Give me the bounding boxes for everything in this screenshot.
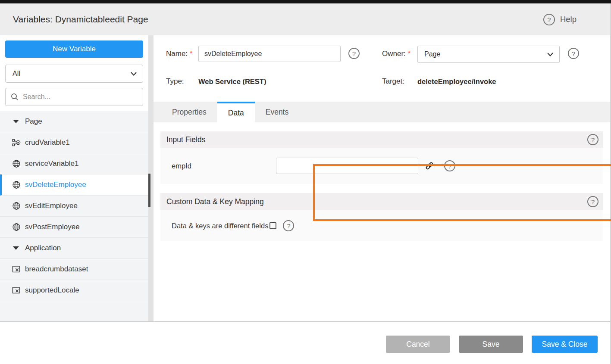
different-fields-checkbox[interactable] bbox=[269, 222, 276, 229]
name-help-icon[interactable]: ? bbox=[348, 48, 360, 59]
custom-mapping-help-icon[interactable]: ? bbox=[587, 196, 598, 207]
type-label: Type: bbox=[166, 75, 184, 88]
help-button[interactable]: ? Help bbox=[543, 3, 577, 35]
cancel-button[interactable]: Cancel bbox=[386, 336, 450, 353]
variables-dialog: Variables: Dynamictableedit Page ? Help … bbox=[0, 0, 611, 364]
different-fields-help-icon[interactable]: ? bbox=[283, 220, 294, 231]
sidebar-scrollbar-track[interactable] bbox=[148, 35, 154, 321]
variable-list: Page crudVariable1 serviceVariable1 svDe… bbox=[0, 111, 148, 321]
list-item-servicevariable1[interactable]: serviceVariable1 bbox=[0, 153, 148, 174]
list-item-svpostemployee[interactable]: svPostEmployee bbox=[0, 217, 148, 238]
bind-link-icon[interactable] bbox=[425, 162, 434, 170]
owner-help-icon[interactable]: ? bbox=[568, 48, 579, 59]
owner-select[interactable]: Page bbox=[417, 46, 560, 63]
variable-filter-select[interactable]: All bbox=[5, 65, 143, 83]
background-app-strip bbox=[0, 0, 611, 3]
search-input[interactable] bbox=[23, 93, 138, 101]
collapse-triangle-icon bbox=[13, 120, 19, 123]
model-variable-icon bbox=[12, 286, 21, 295]
service-variable-icon bbox=[12, 180, 21, 189]
target-label: Target: bbox=[382, 75, 404, 88]
model-variable-icon bbox=[12, 265, 21, 274]
variable-detail-panel: Name:* ? Owner:* Page ? Type: Web Servic… bbox=[154, 35, 611, 321]
section-title: Custom Data & Key Mapping bbox=[166, 197, 264, 206]
save-button[interactable]: Save bbox=[459, 336, 523, 353]
input-fields-help-icon[interactable]: ? bbox=[587, 134, 598, 145]
section-title: Input Fields bbox=[166, 135, 205, 144]
list-item-breadcrumbdataset[interactable]: breadcrumbdataset bbox=[0, 259, 148, 280]
custom-mapping-body: Data & keys are different fields ? bbox=[160, 210, 603, 241]
group-row-page[interactable]: Page bbox=[0, 111, 148, 132]
tab-events[interactable]: Events bbox=[255, 102, 300, 122]
required-marker: * bbox=[408, 50, 410, 58]
new-variable-button[interactable]: New Variable bbox=[5, 40, 143, 58]
required-marker: * bbox=[190, 50, 192, 58]
owner-label: Owner:* bbox=[382, 46, 410, 62]
custom-mapping-header: Custom Data & Key Mapping ? bbox=[160, 193, 603, 210]
service-variable-icon bbox=[12, 223, 21, 231]
sidebar-scrollbar-thumb[interactable] bbox=[148, 174, 150, 207]
dialog-header: Variables: Dynamictableedit Page ? Help bbox=[0, 3, 611, 35]
footer-divider bbox=[0, 321, 611, 322]
tab-data[interactable]: Data bbox=[217, 102, 255, 122]
list-item-supportedlocale[interactable]: supportedLocale bbox=[0, 280, 148, 301]
input-fields-section: Input Fields ? empId ? bbox=[160, 131, 603, 184]
help-label: Help bbox=[560, 15, 577, 24]
different-fields-label: Data & keys are different fields bbox=[172, 222, 268, 230]
filter-selected-value: All bbox=[13, 70, 20, 78]
type-value: Web Service (REST) bbox=[198, 75, 266, 88]
empid-input[interactable] bbox=[276, 158, 418, 174]
empid-label: empId bbox=[172, 162, 276, 170]
list-item-crudvariable1[interactable]: crudVariable1 bbox=[0, 132, 148, 153]
tab-properties[interactable]: Properties bbox=[161, 102, 217, 122]
service-variable-icon bbox=[12, 202, 21, 210]
list-item-sveditemployee[interactable]: svEditEmployee bbox=[0, 196, 148, 217]
name-input[interactable] bbox=[198, 46, 341, 62]
chevron-down-icon bbox=[131, 72, 137, 76]
custom-mapping-section: Custom Data & Key Mapping ? Data & keys … bbox=[160, 193, 603, 241]
variables-sidebar: New Variable All Page crudVariable1 serv… bbox=[0, 35, 148, 321]
collapse-triangle-icon bbox=[13, 246, 19, 250]
variable-search bbox=[5, 88, 143, 106]
empid-help-icon[interactable]: ? bbox=[444, 160, 455, 171]
page-title: Variables: Dynamictableedit Page bbox=[13, 14, 148, 25]
service-variable-icon bbox=[12, 159, 21, 168]
crud-variable-icon bbox=[12, 138, 21, 147]
list-item-svdeleteemployee[interactable]: svDeleteEmployee bbox=[0, 174, 148, 196]
group-row-application[interactable]: Application bbox=[0, 238, 148, 259]
tab-bar: Properties Data Events bbox=[154, 102, 611, 122]
search-icon bbox=[11, 93, 19, 101]
input-fields-header: Input Fields ? bbox=[160, 131, 603, 148]
input-fields-body: empId ? bbox=[160, 148, 603, 184]
save-and-close-button[interactable]: Save & Close bbox=[532, 336, 598, 353]
owner-selected-value: Page bbox=[424, 50, 440, 58]
help-icon[interactable]: ? bbox=[543, 14, 555, 25]
name-label: Name:* bbox=[166, 46, 192, 62]
target-value: deleteEmployee/invoke bbox=[417, 75, 496, 88]
chevron-down-icon bbox=[547, 53, 553, 56]
